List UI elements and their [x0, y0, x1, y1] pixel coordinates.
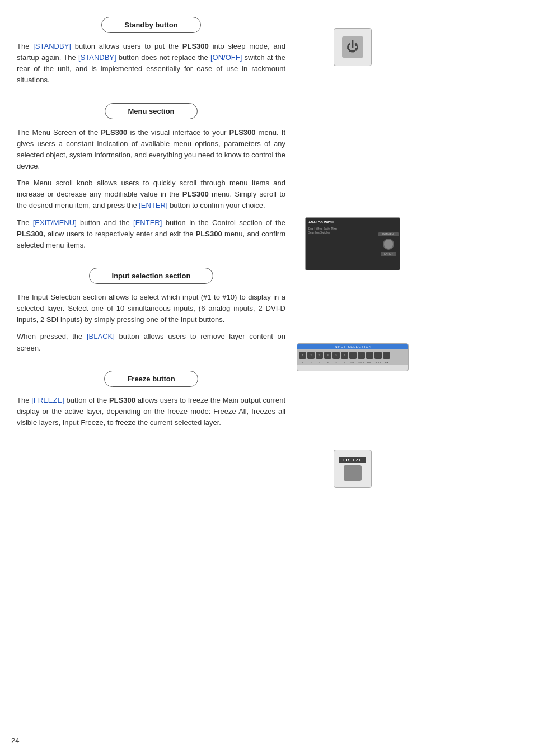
freeze-highlight: [FREEZE] — [31, 396, 64, 404]
enter-button-image: ENTER — [381, 252, 396, 256]
input-label-sdi1: SDI 1 — [366, 361, 373, 364]
input-label-2: 2 — [307, 361, 315, 364]
input-selection-image: INPUT SELECTION 1 2 3 4 5 6 1 2 3 4 5 — [297, 343, 409, 371]
freeze-button-box — [344, 465, 362, 481]
input-btn-1: 1 — [299, 352, 306, 359]
input-paragraph-2: When pressed, the [BLACK] button allows … — [17, 331, 285, 353]
input-sel-header-label: INPUT SELECTION — [297, 344, 408, 349]
analog-way-logo: ANALOG WAY® — [308, 221, 334, 224]
menu-pls300-4: PLS300, — [17, 230, 45, 238]
input-btn-4: 4 — [324, 352, 331, 359]
input-sel-buttons-row: 1 2 3 4 5 6 — [297, 349, 408, 361]
input-header: Input selection section — [17, 268, 285, 284]
standby-paragraph: The [STANDBY] button allows users to put… — [17, 41, 285, 86]
input-btn-black — [383, 352, 390, 359]
freeze-title: Freeze button — [104, 371, 198, 387]
input-label-dvi2: DVI 2 — [358, 361, 365, 364]
right-column: ⏻ ANALOG WAY® Dual Hi-Res. Scaler Mixer … — [297, 17, 409, 739]
standby-icon-box: ⏻ — [342, 36, 363, 58]
menu-body: The Menu Screen of the PLS300 is the vis… — [17, 127, 285, 251]
exit-menu-button-image: EXIT/MENU — [378, 232, 399, 236]
menu-title: Menu section — [105, 103, 197, 119]
standby-title: Standby button — [101, 17, 200, 33]
input-label-3: 3 — [316, 361, 323, 364]
menu-exit-highlight: [EXIT/MENU] — [33, 218, 77, 227]
menu-device-image: ANALOG WAY® Dual Hi-Res. Scaler Mixer Se… — [305, 217, 400, 270]
menu-device-left-panel: ANALOG WAY® Dual Hi-Res. Scaler Mixer Se… — [306, 218, 377, 270]
freeze-label-text: FREEZE — [339, 457, 366, 463]
menu-section: Menu section The Menu Screen of the PLS3… — [17, 103, 285, 251]
input-btn-dvi2 — [358, 352, 365, 359]
input-label-6: 6 — [341, 361, 348, 364]
menu-pls300-5: PLS300 — [196, 230, 222, 238]
input-btn-3: 3 — [316, 352, 323, 359]
standby-onoff-highlight: [ON/OFF] — [210, 53, 242, 62]
page-content: Standby button The [STANDBY] button allo… — [0, 0, 534, 756]
standby-header: Standby button — [17, 17, 285, 33]
input-btn-5: 5 — [332, 352, 340, 359]
menu-header: Menu section — [17, 103, 285, 119]
power-icon: ⏻ — [346, 41, 359, 53]
menu-paragraph-1: The Menu Screen of the PLS300 is the vis… — [17, 127, 285, 172]
standby-body: The [STANDBY] button allows users to put… — [17, 41, 285, 86]
input-label-dvi1: DVI 1 — [349, 361, 357, 364]
menu-pls300-1: PLS300 — [101, 128, 127, 137]
standby-button-image: ⏻ — [334, 28, 372, 66]
page-number: 24 — [11, 736, 19, 745]
freeze-paragraph: The [FREEZE] button of the PLS300 allows… — [17, 395, 285, 428]
menu-pls300-2: PLS300 — [229, 128, 256, 137]
input-label-1: 1 — [299, 361, 306, 364]
menu-paragraph-2: The Menu scroll knob allows users to qui… — [17, 178, 285, 211]
device-subtitle-1: Dual Hi-Res. Scaler Mixer — [308, 227, 374, 230]
input-paragraph-1: The Input Selection section allows to se… — [17, 292, 285, 325]
standby-highlight-1: [STANDBY] — [33, 42, 71, 50]
input-body: The Input Selection section allows to se… — [17, 292, 285, 354]
left-column: Standby button The [STANDBY] button allo… — [17, 17, 285, 739]
standby-pls300-1: PLS300 — [182, 42, 209, 50]
input-label-black: BLK — [383, 361, 390, 364]
input-btn-sdi2 — [374, 352, 382, 359]
menu-enter-highlight-2: [ENTER] — [133, 218, 162, 227]
freeze-pls300: PLS300 — [109, 396, 135, 404]
menu-paragraph-3: The [EXIT/MENU] button and the [ENTER] b… — [17, 217, 285, 251]
scroll-knob-image — [383, 239, 394, 250]
input-black-highlight: [BLACK] — [87, 332, 115, 340]
input-btn-sdi1 — [366, 352, 373, 359]
standby-section: Standby button The [STANDBY] button allo… — [17, 17, 285, 86]
input-title: Input selection section — [89, 268, 214, 284]
input-label-4: 4 — [324, 361, 331, 364]
freeze-header: Freeze button — [17, 371, 285, 387]
input-btn-6: 6 — [341, 352, 348, 359]
freeze-body: The [FREEZE] button of the PLS300 allows… — [17, 395, 285, 428]
input-section: Input selection section The Input Select… — [17, 268, 285, 354]
device-subtitle-2: Seamless Switcher — [308, 231, 374, 234]
freeze-button-image: FREEZE — [334, 450, 372, 488]
input-label-5: 5 — [332, 361, 340, 364]
input-sel-labels-row: 1 2 3 4 5 6 DVI 1 DVI 2 SDI 1 SDI 2 BLK — [297, 361, 408, 365]
menu-pls300-3: PLS300 — [182, 190, 209, 198]
input-btn-dvi1 — [349, 352, 357, 359]
menu-device-logo-row: ANALOG WAY® — [308, 221, 374, 224]
freeze-section: Freeze button The [FREEZE] button of the… — [17, 371, 285, 428]
menu-enter-highlight: [ENTER] — [139, 201, 167, 209]
input-label-sdi2: SDI 2 — [374, 361, 382, 364]
standby-highlight-2: [STANDBY] — [78, 53, 116, 62]
input-btn-2: 2 — [307, 352, 315, 359]
menu-device-right-panel: EXIT/MENU ENTER — [377, 218, 400, 270]
